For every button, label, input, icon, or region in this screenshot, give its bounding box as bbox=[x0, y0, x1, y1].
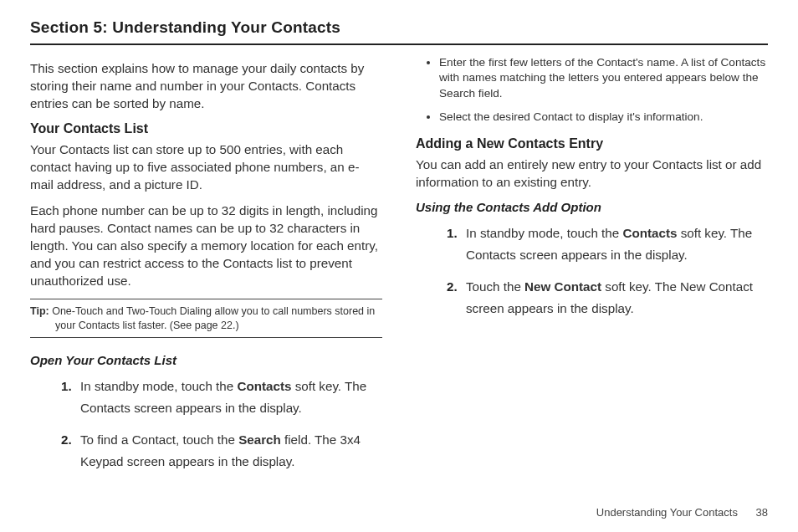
add-step-2: Touch the New Contact soft key. The New … bbox=[461, 276, 768, 320]
open-step-1: In standby mode, touch the Contacts soft… bbox=[75, 376, 382, 419]
search-bullets: Enter the first few letters of the Conta… bbox=[416, 55, 768, 125]
add-step-1b: Contacts bbox=[622, 226, 677, 240]
tip-text-line1: One-Touch and Two-Touch Dialing allow yo… bbox=[49, 305, 376, 317]
heading-adding-entry: Adding a New Contacts Entry bbox=[416, 136, 768, 151]
heading-using-add-option: Using the Contacts Add Option bbox=[416, 200, 768, 214]
your-contacts-paragraph-1: Your Contacts list can store up to 500 e… bbox=[30, 141, 382, 194]
open-step-1b: Contacts bbox=[237, 379, 291, 393]
heading-your-contacts-list: Your Contacts List bbox=[30, 121, 382, 136]
right-column: Enter the first few letters of the Conta… bbox=[416, 55, 768, 483]
content-columns: This section explains how to manage your… bbox=[30, 55, 768, 483]
tip-box: Tip: One-Touch and Two-Touch Dialing all… bbox=[30, 299, 382, 339]
open-step-2: To find a Contact, touch the Search fiel… bbox=[75, 429, 382, 473]
open-step-2a: To find a Contact, touch the bbox=[80, 432, 238, 447]
tip-label: Tip: bbox=[30, 305, 49, 317]
page-number: 38 bbox=[756, 506, 768, 519]
tip-text-line2: your Contacts list faster. (See page 22.… bbox=[55, 319, 382, 333]
open-step-1a: In standby mode, touch the bbox=[80, 379, 237, 393]
section-title: Section 5: Understanding Your Contacts bbox=[30, 15, 768, 45]
left-column: This section explains how to manage your… bbox=[30, 55, 382, 483]
add-step-2b: New Contact bbox=[524, 279, 601, 294]
add-step-1: In standby mode, touch the Contacts soft… bbox=[461, 223, 768, 266]
page-footer: Understanding Your Contacts 38 bbox=[596, 506, 768, 519]
add-step-1a: In standby mode, touch the bbox=[466, 226, 622, 240]
search-bullet-2: Select the desired Contact to display it… bbox=[439, 110, 768, 125]
heading-open-contacts: Open Your Contacts List bbox=[30, 353, 382, 367]
page: Section 5: Understanding Your Contacts T… bbox=[0, 0, 798, 532]
footer-text: Understanding Your Contacts bbox=[596, 506, 738, 519]
open-contacts-steps: In standby mode, touch the Contacts soft… bbox=[30, 376, 382, 472]
add-step-2a: Touch the bbox=[466, 279, 524, 294]
add-option-steps: In standby mode, touch the Contacts soft… bbox=[416, 223, 768, 319]
intro-paragraph: This section explains how to manage your… bbox=[30, 60, 382, 113]
open-step-2b: Search bbox=[238, 432, 281, 447]
adding-entry-paragraph: You can add an entirely new entry to you… bbox=[416, 156, 768, 192]
search-bullet-1: Enter the first few letters of the Conta… bbox=[439, 55, 768, 101]
your-contacts-paragraph-2: Each phone number can be up to 32 digits… bbox=[30, 202, 382, 290]
